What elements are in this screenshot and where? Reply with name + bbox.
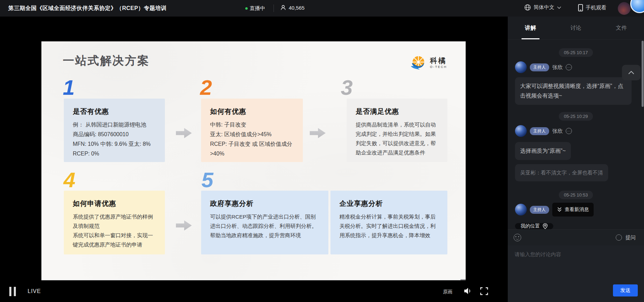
host-badge: 主持人 xyxy=(530,63,549,71)
presentation-slide: 一站式解决方案 科橘 O-TECH xyxy=(41,41,466,280)
language-label: 简体中文 xyxy=(534,4,554,11)
progress-bar-remaining[interactable] xyxy=(460,279,466,280)
step-card-line: 中韩: 子目改变 xyxy=(210,120,294,130)
message-sender-row: 主持人 张欣 ··· xyxy=(515,61,572,73)
step-card-highlight: RCEP: 子目改变 或 区域价值成分 >40% xyxy=(210,139,294,159)
divider xyxy=(274,4,274,12)
flow-arrow-icon xyxy=(310,128,326,139)
step-number-5: 5 xyxy=(201,169,213,191)
slide-title: 一站式解决方案 xyxy=(63,53,150,69)
send-button[interactable]: 发送 xyxy=(613,284,638,296)
avatar xyxy=(515,61,527,73)
step-card-3: 是否满足优惠 提供商品制造清单，系统可以自动完成判定，并给出判定结果。如果判定失… xyxy=(347,99,447,162)
fullscreen-icon[interactable] xyxy=(480,287,488,295)
avatar xyxy=(515,125,527,137)
view-new-messages-button[interactable]: 查看新消息 xyxy=(552,203,594,217)
step-card-title: 是否满足优惠 xyxy=(356,107,438,116)
tab-files[interactable]: 文件 xyxy=(598,17,644,39)
my-location-button[interactable]: 我的位置 xyxy=(515,223,553,229)
message-sender-row: 主持人 张欣 查看新消息 xyxy=(515,204,563,215)
tab-discussion[interactable]: 讨论 xyxy=(553,17,599,39)
company-logo: 科橘 O-TECH xyxy=(410,54,447,71)
chat-message-other: 吴亚彬：看不清文字，全屏也看不清 xyxy=(515,164,608,181)
step-card-line: MFN: 10% 中韩: 9.6% 亚太: 8% xyxy=(73,139,156,149)
double-chevron-down-icon xyxy=(557,207,562,212)
logo-name: 科橘 xyxy=(430,57,447,64)
ask-question-label: 提问 xyxy=(625,234,636,241)
step-card-body: 精准税金分析计算，事前关税筹划，事后关税分析。实时了解进出口税金情况，利用系统指… xyxy=(339,212,438,240)
viewer-count: 40,565 xyxy=(289,5,305,11)
chat-scrollbar[interactable] xyxy=(642,41,644,107)
live-status-label: 直播中 xyxy=(250,5,265,12)
more-options-icon[interactable]: ··· xyxy=(566,128,572,134)
collapse-chat-button[interactable] xyxy=(622,65,641,80)
sidebar-tabs: 讲解 讨论 文件 xyxy=(508,17,644,40)
step-number-1: 1 xyxy=(63,77,75,98)
sender-name: 张欣 xyxy=(552,128,563,134)
ask-question-toggle[interactable]: 提问 xyxy=(616,234,636,241)
emoji-picker-icon[interactable] xyxy=(514,234,521,241)
flow-arrow-icon xyxy=(176,220,192,231)
step-card-title: 政府享惠分析 xyxy=(210,199,319,208)
video-player[interactable]: 一站式解决方案 科橘 O-TECH xyxy=(0,17,508,302)
player-controls: LIVE 原画 xyxy=(0,281,508,302)
chevron-down-icon xyxy=(557,6,561,9)
mobile-view-button[interactable]: 手机观看 xyxy=(578,4,606,11)
host-badge: 主持人 xyxy=(530,127,549,135)
host-badge: 主持人 xyxy=(530,206,549,214)
radio-circle-icon xyxy=(616,234,622,241)
progress-bar-played[interactable] xyxy=(41,279,460,280)
step-card-highlight: RCEP: 0% xyxy=(73,149,156,159)
step-card-5-enterprise: 企业享惠分析 精准税金分析计算，事前关税筹划，事后关税分析。实时了解进出口税金情… xyxy=(330,191,447,254)
chat-message: 选择画质为“原画”~ xyxy=(515,142,571,160)
viewer-counter: 40,565 xyxy=(280,4,305,11)
tab-explanation[interactable]: 讲解 xyxy=(508,17,553,39)
step-card-body: 可以提供RCEP项下的产业进出口分析、国别进出口分析、动态跟踪分析、利用研判分析… xyxy=(210,212,319,240)
my-location-label: 我的位置 xyxy=(521,223,540,229)
chat-input[interactable] xyxy=(508,245,644,283)
step-number-4: 4 xyxy=(63,169,75,191)
step-number-3: 3 xyxy=(341,77,353,98)
view-new-messages-label: 查看新消息 xyxy=(565,207,589,213)
timestamp-badge: 05-25 10:53 xyxy=(559,191,593,199)
chat-toolbar: 提问 xyxy=(508,229,644,245)
logo-subtitle: O-TECH xyxy=(430,66,447,69)
chat-sidebar: 讲解 讨论 文件 05-25 10:17 主持人 张欣 ··· 大家可以调整视频… xyxy=(508,17,644,302)
live-status-dot xyxy=(245,7,248,10)
step-card-4: 如何申请优惠 系统提供了优惠原产地证书的样例及填制规范 系统可以和单一窗口对接，… xyxy=(64,191,165,254)
floating-widget[interactable] xyxy=(630,0,644,13)
step-card-body: 系统可以和单一窗口对接，实现一键完成优惠原产地证书的申请 xyxy=(73,231,156,249)
user-avatar[interactable] xyxy=(618,2,631,15)
quality-selector[interactable]: 原画 xyxy=(443,289,453,295)
step-card-title: 如何有优惠 xyxy=(210,107,294,116)
mobile-view-label: 手机观看 xyxy=(586,4,606,11)
stream-title: 第三期全国《区域全面经济伙伴关系协定》（RCEP）专题培训 xyxy=(8,5,167,12)
globe-icon xyxy=(524,4,531,11)
step-card-line: 例： 从韩国进口新能源锂电池 xyxy=(73,120,156,130)
live-badge: LIVE xyxy=(28,288,41,294)
step-card-2: 如何有优惠 中韩: 子目改变 亚太: 区域价值成分>45% RCEP: 子目改变… xyxy=(201,99,303,162)
orange-logo-icon xyxy=(410,54,427,71)
webinar-window: 第三期全国《区域全面经济伙伴关系协定》（RCEP）专题培训 直播中 40,565… xyxy=(0,0,644,302)
volume-icon[interactable] xyxy=(463,286,473,296)
location-pin-icon xyxy=(543,223,548,229)
step-card-title: 是否有优惠 xyxy=(73,107,156,116)
step-card-line: 商品编码: 8507600010 xyxy=(73,130,156,139)
more-options-icon[interactable]: ··· xyxy=(566,64,572,70)
sender-name: 张欣 xyxy=(552,64,563,71)
pause-button[interactable] xyxy=(9,287,17,296)
flow-arrow-icon xyxy=(176,128,192,139)
step-card-title: 企业享惠分析 xyxy=(339,199,438,208)
top-bar: 第三期全国《区域全面经济伙伴关系协定》（RCEP）专题培训 直播中 40,565… xyxy=(0,0,644,17)
step-card-body: 系统提供了优惠原产地证书的样例及填制规范 xyxy=(73,212,156,231)
viewers-icon xyxy=(280,4,286,11)
chat-message: 大家可以调整视频清晰度，选择“原画”，点击视频会有选项~ xyxy=(515,77,632,105)
avatar xyxy=(515,204,527,215)
step-card-line: 亚太: 区域价值成分>45% xyxy=(210,130,294,139)
language-selector[interactable]: 简体中文 xyxy=(524,4,561,11)
step-card-body: 提供商品制造清单，系统可以自动完成判定，并给出判定结果。如果判定失败，可以提供改… xyxy=(356,120,438,157)
timestamp-badge: 05-25 10:29 xyxy=(559,112,593,121)
step-number-2: 2 xyxy=(200,77,212,98)
chat-input-area: 发送 xyxy=(508,245,644,302)
message-sender-row: 主持人 张欣 ··· xyxy=(515,125,572,137)
